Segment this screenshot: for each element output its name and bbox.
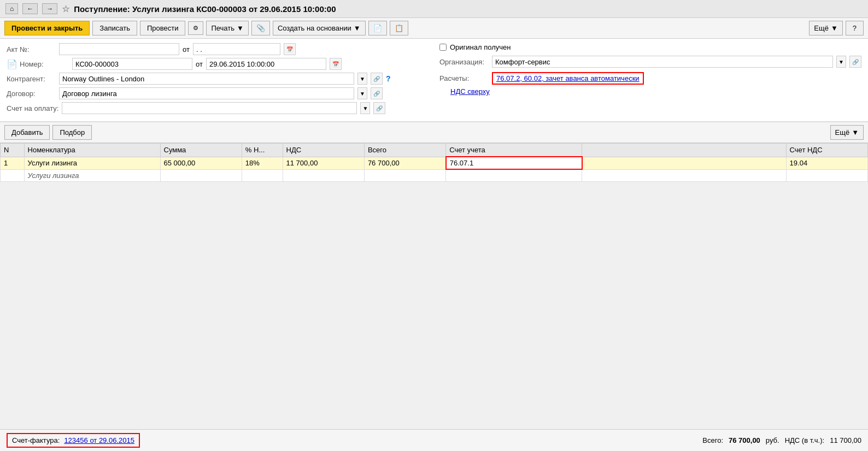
org-link-button[interactable]: 🔗 <box>849 56 861 68</box>
akt-from-label: от <box>183 45 190 54</box>
toolbar: Провести и закрыть Записать Провести ⚙ П… <box>0 18 868 39</box>
akt-calendar-button[interactable]: 📅 <box>284 43 296 55</box>
doc-icon: 📄 <box>7 59 16 69</box>
kontragent-row: Контрагент: ▼ 🔗 ? <box>7 73 429 85</box>
cell-nomenkl: Услуги лизинга <box>24 157 160 169</box>
cell-vsego-sub <box>364 169 445 181</box>
nds-sverhu-link[interactable]: НДС сверху <box>450 87 490 96</box>
raschety-label: Расчеты: <box>439 74 489 82</box>
kontragent-help[interactable]: ? <box>386 74 391 83</box>
col-schet-ucheta: Счет учета <box>446 144 582 157</box>
cell-nomenkl-sub: Услуги лизинга <box>24 169 160 181</box>
dogovor-input[interactable] <box>59 87 354 99</box>
home-button[interactable]: ⌂ <box>5 3 18 14</box>
help-button[interactable]: ? <box>846 21 864 35</box>
add-button[interactable]: Добавить <box>4 125 50 140</box>
cell-n-sub <box>1 169 25 181</box>
akt-row: Акт №: от 📅 <box>7 43 429 55</box>
kontragent-dropdown-arrow[interactable]: ▼ <box>357 73 367 85</box>
action-bar: Добавить Подбор Ещё ▼ <box>0 122 868 143</box>
cell-pct-sub <box>242 169 283 181</box>
table-container: N Номенклатура Сумма % Н... НДС Всего Сч… <box>0 143 868 182</box>
col-extra <box>582 144 786 157</box>
print-dropdown[interactable]: Печать ▼ <box>206 21 248 35</box>
cell-extra-sub <box>582 169 786 181</box>
org-input[interactable] <box>492 56 833 68</box>
cell-pct: 18% <box>242 157 283 169</box>
cell-schet-nds-sub <box>786 169 867 181</box>
create-based-chevron: ▼ <box>354 24 361 32</box>
doc2-button[interactable]: 📋 <box>390 21 408 35</box>
cell-schet-ucheta: 76.07.1 <box>446 157 582 169</box>
dogovor-dropdown-arrow[interactable]: ▼ <box>357 87 367 99</box>
table-more-dropdown[interactable]: Ещё ▼ <box>830 125 864 140</box>
original-checkbox[interactable] <box>439 44 447 51</box>
extra-icon-button[interactable]: ⚙ <box>188 21 203 35</box>
col-n: N <box>1 144 25 157</box>
schet-oplatu-row: Счет на оплату: ▼ 🔗 <box>7 102 429 114</box>
back-button[interactable]: ← <box>22 3 38 14</box>
dogovor-link-button[interactable]: 🔗 <box>371 87 383 99</box>
col-nomenkl: Номенклатура <box>24 144 160 157</box>
original-label: Оригинал получен <box>450 43 511 51</box>
cell-nds-sub <box>283 169 364 181</box>
post-close-button[interactable]: Провести и закрыть <box>4 21 90 35</box>
raschety-link[interactable]: 76.07.2, 60.02, зачет аванса автоматичес… <box>492 72 644 85</box>
print-chevron: ▼ <box>237 24 244 32</box>
save-button[interactable]: Записать <box>92 21 137 35</box>
more-label: Ещё <box>814 24 829 32</box>
table-row-subtitle: Услуги лизинга <box>1 169 868 181</box>
table-more-chevron: ▼ <box>852 128 859 137</box>
nomer-row: 📄 Номер: от 📅 <box>7 58 429 70</box>
akt-date-input[interactable] <box>193 43 280 55</box>
schet-oplatu-link-button[interactable]: 🔗 <box>373 102 385 114</box>
nomer-label: Номер: <box>20 60 69 68</box>
nomer-from-label: от <box>196 60 203 68</box>
create-based-dropdown[interactable]: Создать на основании ▼ <box>273 21 366 35</box>
table-header-row: N Номенклатура Сумма % Н... НДС Всего Сч… <box>1 144 868 157</box>
create-based-label: Создать на основании <box>278 24 351 32</box>
kontragent-input[interactable] <box>59 73 354 85</box>
cell-nds: 11 700,00 <box>283 157 364 169</box>
cell-summa: 65 000,00 <box>160 157 242 169</box>
org-label: Организация: <box>439 58 489 66</box>
title-bar: ⌂ ← → ☆ Поступление: Услуги лизинга КС00… <box>0 0 868 18</box>
data-table: N Номенклатура Сумма % Н... НДС Всего Сч… <box>0 143 868 182</box>
nomer-calendar-button[interactable]: 📅 <box>330 58 342 70</box>
original-row: Оригинал получен <box>439 43 861 51</box>
cell-extra <box>582 157 786 169</box>
cell-summa-sub <box>160 169 242 181</box>
kontragent-link-button[interactable]: 🔗 <box>371 73 383 85</box>
raschety-row: Расчеты: 76.07.2, 60.02, зачет аванса ав… <box>439 72 861 85</box>
table-row[interactable]: 1 Услуги лизинга 65 000,00 18% 11 700,00… <box>1 157 868 169</box>
schet-oplatu-label: Счет на оплату: <box>7 104 58 112</box>
forward-button[interactable]: → <box>42 3 57 14</box>
cell-schet-nds: 19.04 <box>786 157 867 169</box>
cell-schet-ucheta-sub <box>446 169 582 181</box>
org-dropdown-arrow[interactable]: ▼ <box>836 56 846 68</box>
favorite-icon[interactable]: ☆ <box>62 4 69 14</box>
col-schet-nds: Счет НДС <box>786 144 867 157</box>
nds-sverhu-row: НДС сверху <box>439 87 861 96</box>
kontragent-label: Контрагент: <box>7 75 56 83</box>
print-label: Печать <box>211 24 234 32</box>
cell-vsego: 76 700,00 <box>364 157 445 169</box>
table-more-label: Ещё <box>835 128 850 137</box>
nomer-date-input[interactable] <box>206 58 326 70</box>
col-nds: НДС <box>283 144 364 157</box>
dogovor-row: Договор: ▼ 🔗 <box>7 87 429 99</box>
dogovor-label: Договор: <box>7 90 56 98</box>
col-vsego: Всего <box>364 144 445 157</box>
akt-input[interactable] <box>59 43 179 55</box>
form-area: Акт №: от 📅 📄 Номер: от 📅 Контрагент: ▼ <box>0 39 868 122</box>
paperclip-button[interactable]: 📎 <box>251 21 270 35</box>
schet-oplatu-input[interactable] <box>62 102 357 114</box>
select-button[interactable]: Подбор <box>52 125 92 140</box>
nomer-input[interactable] <box>72 58 192 70</box>
page-title: Поступление: Услуги лизинга КС00-000003 … <box>74 4 336 14</box>
schet-oplatu-dropdown-arrow[interactable]: ▼ <box>360 102 370 114</box>
cell-n: 1 <box>1 157 25 169</box>
doc1-button[interactable]: 📄 <box>368 21 387 35</box>
post-button[interactable]: Провести <box>140 21 186 35</box>
more-dropdown[interactable]: Ещё ▼ <box>809 21 842 35</box>
